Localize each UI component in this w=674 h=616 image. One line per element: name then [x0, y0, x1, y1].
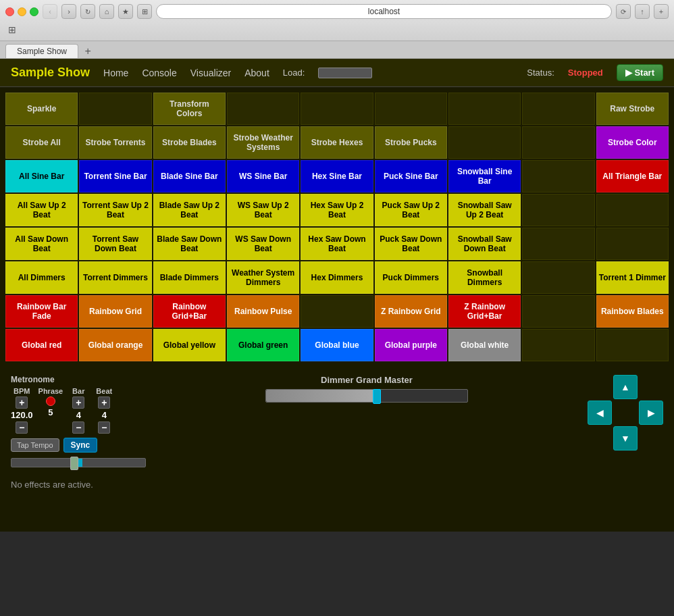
tab-button[interactable]: ⊞ — [137, 4, 152, 19]
phrase-label: Phrase — [38, 387, 63, 395]
grid-cell-7-1[interactable]: Global orange — [79, 329, 151, 361]
grid-cell-0-2[interactable]: Transform Colors — [153, 93, 226, 125]
grid-cell-5-2[interactable]: Blade Dimmers — [153, 261, 226, 294]
bar-down-button[interactable]: − — [72, 421, 84, 434]
forward-button[interactable]: › — [61, 4, 76, 19]
bpm-slider-thumb[interactable] — [70, 457, 78, 470]
grid-cell-6-8[interactable]: Rainbow Blades — [596, 295, 669, 328]
grid-cell-2-6[interactable]: Snowball Sine Bar — [448, 160, 521, 192]
grid-cell-4-5[interactable]: Puck Saw Down Beat — [375, 228, 447, 260]
dpad: ▲ ◀ ▶ ▼ — [588, 375, 663, 451]
grid-cell-3-3[interactable]: WS Saw Up 2 Beat — [227, 194, 299, 226]
grid-cell-4-8 — [596, 228, 669, 260]
dpad-up-button[interactable]: ▲ — [613, 375, 638, 399]
bpm-slider[interactable] — [11, 458, 146, 467]
bpm-down-button[interactable]: − — [16, 421, 28, 434]
grid-cell-5-5[interactable]: Puck Dimmers — [375, 261, 447, 294]
grid-cell-5-4[interactable]: Hex Dimmers — [301, 261, 373, 294]
grid-cell-3-4[interactable]: Hex Saw Up 2 Beat — [301, 194, 373, 226]
grid-cell-6-1[interactable]: Rainbow Grid — [79, 295, 151, 328]
grid-cell-7-3[interactable]: Global green — [227, 329, 299, 361]
grid-cell-1-0[interactable]: Strobe All — [5, 126, 78, 159]
dimmer-thumb[interactable] — [373, 389, 381, 404]
grid-cell-1-8[interactable]: Strobe Color — [596, 126, 669, 159]
grid-cell-1-4[interactable]: Strobe Hexes — [301, 126, 373, 159]
grid-cell-6-0[interactable]: Rainbow Bar Fade — [5, 295, 78, 328]
grid-cell-4-0[interactable]: All Saw Down Beat — [5, 228, 78, 260]
start-button[interactable]: ▶ Start — [617, 64, 663, 81]
add-tab-button[interactable]: + — [81, 45, 95, 58]
url-bar[interactable]: localhost — [156, 4, 612, 19]
home-button[interactable]: ⌂ — [99, 4, 114, 19]
share-button[interactable]: ↑ — [635, 4, 650, 19]
grid-cell-0-0[interactable]: Sparkle — [5, 93, 78, 125]
nav-visualizer[interactable]: Visualizer — [190, 68, 231, 78]
app-title: Sample Show — [11, 66, 90, 80]
grid-cell-4-3[interactable]: WS Saw Down Beat — [227, 228, 299, 260]
grid-cell-5-1[interactable]: Torrent Dimmers — [79, 261, 151, 294]
grid-cell-3-5[interactable]: Puck Saw Up 2 Beat — [375, 194, 447, 226]
dpad-right-button[interactable]: ▶ — [639, 401, 663, 425]
load-label: Load: — [283, 68, 305, 78]
browser-chrome: ‹ › ↻ ⌂ ★ ⊞ localhost ⟳ ↑ + ⊞ — [0, 0, 674, 41]
nav-about[interactable]: About — [244, 68, 269, 78]
grid-cell-6-5[interactable]: Z Rainbow Grid — [375, 295, 447, 328]
bar-up-button[interactable]: + — [72, 396, 84, 409]
grid-cell-5-3[interactable]: Weather System Dimmers — [227, 261, 299, 294]
bookmark-button[interactable]: ★ — [118, 4, 133, 19]
apps-icon[interactable]: ⊞ — [8, 24, 16, 35]
grid-cell-6-2[interactable]: Rainbow Grid+Bar — [153, 295, 226, 328]
tap-tempo-button[interactable]: Tap Tempo — [11, 438, 59, 452]
grid-cell-1-1[interactable]: Strobe Torrents — [79, 126, 151, 159]
grid-cell-7-4[interactable]: Global blue — [301, 329, 373, 361]
dpad-left-button[interactable]: ◀ — [588, 401, 612, 425]
grid-cell-0-6 — [448, 93, 521, 125]
grid-cell-4-6[interactable]: Snowball Saw Down Beat — [448, 228, 521, 260]
grid-cell-1-2[interactable]: Strobe Blades — [153, 126, 226, 159]
maximize-button[interactable] — [30, 7, 38, 16]
grid-cell-2-1[interactable]: Torrent Sine Bar — [79, 160, 151, 192]
current-tab[interactable]: Sample Show — [5, 44, 78, 58]
reload-button[interactable]: ↻ — [80, 4, 95, 19]
grid-cell-4-2[interactable]: Blade Saw Down Beat — [153, 228, 226, 260]
grid-cell-3-1[interactable]: Torrent Saw Up 2 Beat — [79, 194, 151, 226]
back-button[interactable]: ‹ — [43, 4, 57, 19]
grid-cell-7-6[interactable]: Global white — [448, 329, 521, 361]
nav-home[interactable]: Home — [103, 68, 128, 78]
grid-cell-0-3 — [227, 93, 299, 125]
grid-cell-1-5[interactable]: Strobe Pucks — [375, 126, 447, 159]
grid-cell-5-8[interactable]: Torrent 1 Dimmer — [596, 261, 669, 294]
refresh-icon[interactable]: ⟳ — [616, 4, 631, 19]
grid-cell-1-3[interactable]: Strobe Weather Systems — [227, 126, 299, 159]
grid-cell-6-6[interactable]: Z Rainbow Grid+Bar — [448, 295, 521, 328]
bpm-up-button[interactable]: + — [16, 396, 28, 409]
bpm-label: BPM — [14, 387, 30, 395]
grid-cell-2-3[interactable]: WS Sine Bar — [227, 160, 299, 192]
grid-cell-2-4[interactable]: Hex Sine Bar — [301, 160, 373, 192]
beat-down-button[interactable]: − — [98, 421, 110, 434]
grid-cell-5-0[interactable]: All Dimmers — [5, 261, 78, 294]
grid-cell-3-0[interactable]: All Saw Up 2 Beat — [5, 194, 78, 226]
grid-cell-5-6[interactable]: Snowball Dimmers — [448, 261, 521, 294]
grid-cell-4-1[interactable]: Torrent Saw Down Beat — [79, 228, 151, 260]
grid-cell-2-2[interactable]: Blade Sine Bar — [153, 160, 226, 192]
grid-cell-7-0[interactable]: Global red — [5, 329, 78, 361]
grid-cell-2-8[interactable]: All Triangle Bar — [596, 160, 669, 192]
nav-console[interactable]: Console — [142, 68, 176, 78]
grid-cell-2-0[interactable]: All Sine Bar — [5, 160, 78, 192]
sync-button[interactable]: Sync — [63, 438, 98, 453]
grid-cell-3-6[interactable]: Snowball Saw Up 2 Beat — [448, 194, 521, 226]
grid-cell-4-4[interactable]: Hex Saw Down Beat — [301, 228, 373, 260]
dimmer-bar-container[interactable] — [265, 389, 468, 403]
close-button[interactable] — [5, 7, 14, 16]
new-tab-button[interactable]: + — [654, 4, 669, 19]
minimize-button[interactable] — [18, 7, 26, 16]
grid-cell-7-5[interactable]: Global purple — [375, 329, 447, 361]
grid-cell-2-5[interactable]: Puck Sine Bar — [375, 160, 447, 192]
beat-up-button[interactable]: + — [98, 396, 110, 409]
grid-cell-3-2[interactable]: Blade Saw Up 2 Beat — [153, 194, 226, 226]
grid-cell-6-3[interactable]: Rainbow Pulse — [227, 295, 299, 328]
grid-cell-7-2[interactable]: Global yellow — [153, 329, 226, 361]
dpad-down-button[interactable]: ▼ — [613, 426, 638, 451]
grid-cell-0-8[interactable]: Raw Strobe — [596, 93, 669, 125]
